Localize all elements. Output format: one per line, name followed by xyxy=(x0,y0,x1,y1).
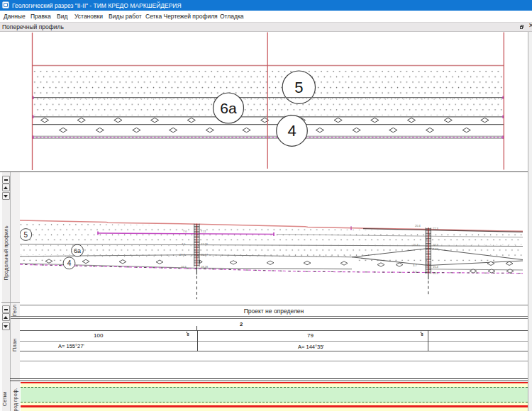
svg-text:7.22: 7.22 xyxy=(433,247,439,251)
svg-text:19.3: 19.3 xyxy=(179,253,186,257)
svg-text:7.5: 7.5 xyxy=(182,242,186,246)
svg-text:20.4: 20.4 xyxy=(415,224,421,227)
svg-text:5: 5 xyxy=(24,231,28,239)
svg-text:3.7: 3.7 xyxy=(413,264,417,267)
svg-text:6.3: 6.3 xyxy=(413,270,417,274)
svg-text:4: 4 xyxy=(67,259,72,267)
svg-text:7.0: 7.0 xyxy=(183,230,187,233)
svg-text:15.4: 15.4 xyxy=(433,265,439,269)
svg-text:20.4: 20.4 xyxy=(413,243,419,247)
svg-text:4: 4 xyxy=(287,122,296,140)
svg-text:5: 5 xyxy=(294,79,303,96)
svg-text:22.3: 22.3 xyxy=(433,227,439,230)
svg-text:16.6: 16.6 xyxy=(181,265,187,269)
svg-text:12.26: 12.26 xyxy=(201,242,209,246)
svg-text:20.17: 20.17 xyxy=(201,253,209,257)
svg-text:7.11: 7.11 xyxy=(201,230,206,233)
svg-text:18.28: 18.28 xyxy=(201,265,209,269)
svg-text:6a: 6a xyxy=(74,247,81,254)
svg-text:6a: 6a xyxy=(220,100,237,116)
svg-text:10.3: 10.3 xyxy=(433,271,439,275)
svg-text:22.3: 22.3 xyxy=(433,243,439,247)
